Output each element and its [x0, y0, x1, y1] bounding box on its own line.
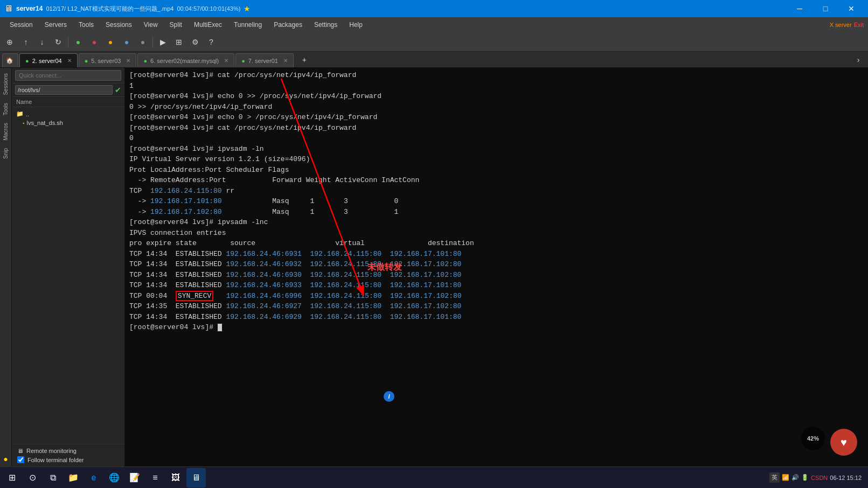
search-input[interactable]: [15, 70, 121, 81]
terminal-cursor: [218, 324, 222, 331]
term-line-18: TCP 14:34 ESTABLISHED 192.168.24.46:6931…: [129, 249, 864, 260]
toolbar-question[interactable]: ?: [204, 34, 219, 50]
menu-session[interactable]: Session: [4, 19, 38, 31]
menu-view[interactable]: View: [138, 19, 163, 31]
macros-side-label[interactable]: Macros: [2, 121, 10, 143]
tab-server03[interactable]: ● 5. server03 ✕: [79, 53, 137, 67]
chrome-icon: 🌐: [109, 472, 120, 483]
follow-terminal-checkbox[interactable]: [17, 456, 24, 463]
terminal-icon: 🖥: [192, 473, 200, 483]
tab-home[interactable]: 🏠: [2, 53, 18, 67]
title-bar-controls: ─ □ ✕: [787, 0, 864, 17]
taskbar-csdn-label: CSDN: [811, 475, 828, 481]
taskbar-battery-icon: 🔋: [801, 474, 809, 481]
windows-taskbar: ⊞ ⊙ ⧉ 📁 e 🌐 📝 ≡ 🖼 🖥 英 📶: [0, 466, 868, 488]
toolbar-blue[interactable]: ●: [119, 34, 134, 50]
taskbar-terminal-btn[interactable]: 🖥: [186, 468, 206, 487]
tree-item-parent[interactable]: 📁 ..: [12, 109, 124, 118]
toolbar-down[interactable]: ↓: [34, 34, 50, 50]
tab-server04[interactable]: ● 2. server04 ✕: [19, 53, 78, 67]
taskbar-search-btn[interactable]: ⊙: [23, 468, 42, 487]
tab-server01-close[interactable]: ✕: [283, 58, 288, 64]
follow-terminal-btn[interactable]: Follow terminal folder: [15, 455, 121, 464]
exit-label: Exit: [854, 22, 864, 28]
heart-icon: ♥: [841, 436, 847, 449]
taskbar-files-btn[interactable]: 📁: [64, 468, 83, 487]
toolbar-red[interactable]: ●: [87, 34, 102, 50]
taskbar-edge-btn[interactable]: e: [84, 468, 103, 487]
minimize-button[interactable]: ─: [787, 0, 812, 17]
title-bar-subtitle: 012/17/ L12_NAT模式实现可能的一些问题_.mp4: [46, 5, 173, 13]
title-bar: 🖥 server14 012/17/ L12_NAT模式实现可能的一些问题_.m…: [0, 0, 868, 17]
taskbar-lang: 英: [769, 472, 780, 483]
menu-tools[interactable]: Tools: [73, 19, 99, 31]
term-line-23: TCP 14:35 ESTABLISHED 192.168.24.46:6927…: [129, 301, 864, 312]
toolbar: ⊕ ↑ ↓ ↻ ● ● ● ● ● ▶ ⊞ ⚙ ?: [0, 32, 868, 52]
terminal-area[interactable]: [root@server04 lvs]# cat /proc/sys/net/i…: [125, 68, 868, 466]
menu-packages[interactable]: Packages: [268, 19, 308, 31]
tab-home-icon: 🏠: [6, 57, 13, 64]
taskbar-chrome-btn[interactable]: 🌐: [105, 468, 124, 487]
tree-item-script[interactable]: ▪ lvs_nat_ds.sh: [12, 118, 124, 127]
menu-split[interactable]: Split: [164, 19, 188, 31]
terminal-content[interactable]: [root@server04 lvs]# cat /proc/sys/net/i…: [125, 68, 868, 466]
term-line-10: Prot LocalAddress:Port Scheduler Flags: [129, 165, 864, 176]
toolbar-green[interactable]: ●: [71, 34, 86, 50]
taskview-icon: ⧉: [50, 473, 56, 483]
syn-recv-highlight: SYN_RECV: [176, 291, 213, 301]
tab-server04-close[interactable]: ✕: [67, 58, 72, 64]
sidebar-path-ok[interactable]: ✔: [115, 86, 121, 94]
term-line-6: [root@server04 lvs]# cat /proc/sys/net/i…: [129, 123, 864, 134]
toolbar-orange[interactable]: ●: [103, 34, 118, 50]
taskbar-taskview-btn[interactable]: ⧉: [43, 468, 63, 487]
menu-settings[interactable]: Settings: [309, 19, 343, 31]
term-line-4: 0 >> /proc/sys/net/ipv4/ip_forward: [129, 102, 864, 113]
taskbar-search-icon: ⊙: [29, 472, 36, 483]
sessions-side-label[interactable]: Sessions: [2, 71, 10, 97]
taskbar-photo-btn[interactable]: 🖼: [166, 468, 185, 487]
menu-tunneling[interactable]: Tunneling: [228, 19, 267, 31]
term-line-2: 1: [129, 81, 864, 92]
tab-server01-label: 7. server01: [248, 58, 278, 64]
term-line-8: [root@server04 lvs]# ipvsadm -ln: [129, 144, 864, 155]
tab-server04-label: 2. server04: [32, 58, 62, 64]
maximize-button[interactable]: □: [813, 0, 838, 17]
notes-icon: 📝: [129, 472, 140, 483]
tab-server02-close[interactable]: ✕: [224, 58, 228, 64]
toolbar-grid[interactable]: ⊞: [171, 34, 186, 50]
term-line-21: TCP 14:34 ESTABLISHED 192.168.24.46:6933…: [129, 280, 864, 291]
taskbar-right: 英 📶 🔊 🔋 CSDN 06-12 15:12: [769, 472, 866, 483]
tab-server01[interactable]: ● 7. server01 ✕: [235, 53, 294, 67]
dot-indicator: ●: [3, 455, 8, 463]
menu-sessions[interactable]: Sessions: [100, 19, 137, 31]
snip-side-label[interactable]: Snip: [2, 146, 10, 161]
term-line-25[interactable]: [root@server04 lvs]#: [129, 322, 864, 333]
close-button[interactable]: ✕: [839, 0, 864, 17]
menu-multiexec[interactable]: MultiExec: [189, 19, 227, 31]
tab-server02[interactable]: ● 6. server02(master.mysql) ✕: [137, 53, 234, 67]
term-line-14: -> 192.168.17.102:80 Masq 1 3 1: [129, 207, 864, 218]
term-line-11: -> RemoteAddress:Port Forward Weight Act…: [129, 175, 864, 186]
sidebar-path-text: /root/lvs/: [15, 85, 113, 95]
title-bar-left: 🖥 server14 012/17/ L12_NAT模式实现可能的一些问题_.m…: [4, 4, 251, 13]
taskbar-windows-btn[interactable]: ⊞: [2, 468, 22, 487]
tab-nav-right[interactable]: ›: [851, 52, 866, 67]
follow-terminal-label: Follow terminal folder: [27, 457, 84, 463]
toolbar-up[interactable]: ↑: [18, 34, 33, 50]
taskbar-notes-btn[interactable]: 📝: [125, 468, 144, 487]
toolbar-play[interactable]: ▶: [155, 34, 170, 50]
sidebar-bottom: 🖥 Remote monitoring Follow terminal fold…: [12, 444, 124, 466]
menu-servers[interactable]: Servers: [39, 19, 72, 31]
toolbar-new[interactable]: ⊕: [2, 34, 17, 50]
toolbar-settings[interactable]: ⚙: [188, 34, 203, 50]
vertical-side-panel: Sessions Tools Macros Snip ●: [0, 68, 12, 466]
toolbar-gray[interactable]: ●: [135, 34, 150, 50]
new-tab-button[interactable]: +: [297, 52, 312, 67]
tab-server03-close[interactable]: ✕: [126, 58, 130, 64]
taskbar-menu-btn[interactable]: ≡: [145, 468, 165, 487]
term-line-19: TCP 14:34 ESTABLISHED 192.168.24.46:6932…: [129, 259, 864, 270]
toolbar-refresh[interactable]: ↻: [51, 34, 66, 50]
tools-side-label[interactable]: Tools: [2, 101, 10, 117]
remote-monitoring-btn[interactable]: 🖥 Remote monitoring: [15, 447, 121, 455]
menu-help[interactable]: Help: [344, 19, 368, 31]
